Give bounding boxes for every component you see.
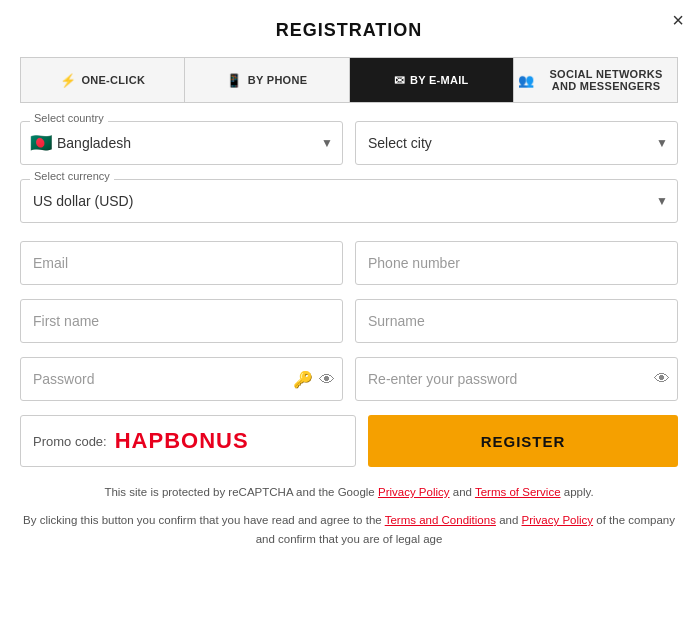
privacy-policy2-link[interactable]: Privacy Policy xyxy=(522,514,594,526)
eye-icon[interactable]: 👁 xyxy=(319,370,335,388)
repassword-input-group: 👁 xyxy=(355,357,678,401)
repassword-group: 👁 xyxy=(355,357,678,401)
tab-social-label: SOCIAL NETWORKS AND MESSENGERS xyxy=(539,68,673,92)
tab-one-click[interactable]: ⚡ ONE-CLICK xyxy=(21,58,185,102)
tab-bar: ⚡ ONE-CLICK 📱 BY PHONE ✉ BY E-MAIL 👥 SOC… xyxy=(20,57,678,103)
promo-label: Promo code: xyxy=(33,434,107,449)
terms-link[interactable]: Terms of Service xyxy=(475,486,561,498)
consent-text: By clicking this button you confirm that… xyxy=(23,514,382,526)
country-label: Select country xyxy=(30,112,108,124)
phone-group xyxy=(355,241,678,285)
recaptcha-notice: This site is protected by reCAPTCHA and … xyxy=(20,483,678,501)
phone-input[interactable] xyxy=(355,241,678,285)
surname-input[interactable] xyxy=(355,299,678,343)
repassword-icons: 👁 xyxy=(654,370,670,388)
currency-label: Select currency xyxy=(30,170,114,182)
and-text: and xyxy=(453,486,472,498)
surname-input-group xyxy=(355,299,678,343)
city-group: Select city ▼ xyxy=(355,121,678,165)
country-group: Select country 🇧🇩 Bangladesh ▼ xyxy=(20,121,343,165)
eye2-icon[interactable]: 👁 xyxy=(654,370,670,388)
tab-one-click-label: ONE-CLICK xyxy=(81,74,145,86)
currency-group: Select currency US dollar (USD) ▼ xyxy=(20,179,678,223)
country-select-wrapper: 🇧🇩 Bangladesh ▼ xyxy=(20,121,343,165)
surname-group xyxy=(355,299,678,343)
currency-select[interactable]: US dollar (USD) xyxy=(20,179,678,223)
tab-by-email[interactable]: ✉ BY E-MAIL xyxy=(350,58,514,102)
privacy-policy-link[interactable]: Privacy Policy xyxy=(378,486,450,498)
password-icons: 🔑 👁 xyxy=(293,370,335,389)
registration-modal: × REGISTRATION ⚡ ONE-CLICK 📱 BY PHONE ✉ … xyxy=(0,0,698,640)
country-select[interactable]: Bangladesh xyxy=(20,121,343,165)
tab-social[interactable]: 👥 SOCIAL NETWORKS AND MESSENGERS xyxy=(514,58,677,102)
firstname-group xyxy=(20,299,343,343)
email-group xyxy=(20,241,343,285)
firstname-input-group xyxy=(20,299,343,343)
promo-box: Promo code: HAPBONUS xyxy=(20,415,356,467)
email-icon: ✉ xyxy=(394,73,405,88)
email-phone-row xyxy=(20,241,678,285)
country-city-row: Select country 🇧🇩 Bangladesh ▼ Select ci… xyxy=(20,121,678,165)
password-row: 🔑 👁 👁 xyxy=(20,357,678,401)
social-icon: 👥 xyxy=(518,73,534,88)
password-input-group: 🔑 👁 xyxy=(20,357,343,401)
recaptcha-text: This site is protected by reCAPTCHA and … xyxy=(104,486,374,498)
promo-code: HAPBONUS xyxy=(115,428,249,454)
apply-text: apply. xyxy=(564,486,594,498)
password-group: 🔑 👁 xyxy=(20,357,343,401)
consent-notice: By clicking this button you confirm that… xyxy=(20,511,678,548)
currency-select-wrapper: US dollar (USD) ▼ xyxy=(20,179,678,223)
email-input[interactable] xyxy=(20,241,343,285)
register-button[interactable]: REGISTER xyxy=(368,415,678,467)
tab-by-phone-label: BY PHONE xyxy=(248,74,308,86)
firstname-input[interactable] xyxy=(20,299,343,343)
promo-register-row: Promo code: HAPBONUS REGISTER xyxy=(20,415,678,467)
key-icon: 🔑 xyxy=(293,370,313,389)
city-select-wrapper: Select city ▼ xyxy=(355,121,678,165)
repassword-input[interactable] xyxy=(355,357,678,401)
tab-by-email-label: BY E-MAIL xyxy=(410,74,469,86)
currency-row: Select currency US dollar (USD) ▼ xyxy=(20,179,678,223)
close-button[interactable]: × xyxy=(672,10,684,30)
terms-conditions-link[interactable]: Terms and Conditions xyxy=(385,514,496,526)
modal-title: REGISTRATION xyxy=(20,20,678,41)
city-select[interactable]: Select city xyxy=(355,121,678,165)
phone-input-group xyxy=(355,241,678,285)
tab-by-phone[interactable]: 📱 BY PHONE xyxy=(185,58,349,102)
phone-icon: 📱 xyxy=(226,73,242,88)
lightning-icon: ⚡ xyxy=(60,73,76,88)
and2-text: and xyxy=(499,514,518,526)
name-row xyxy=(20,299,678,343)
email-input-group xyxy=(20,241,343,285)
